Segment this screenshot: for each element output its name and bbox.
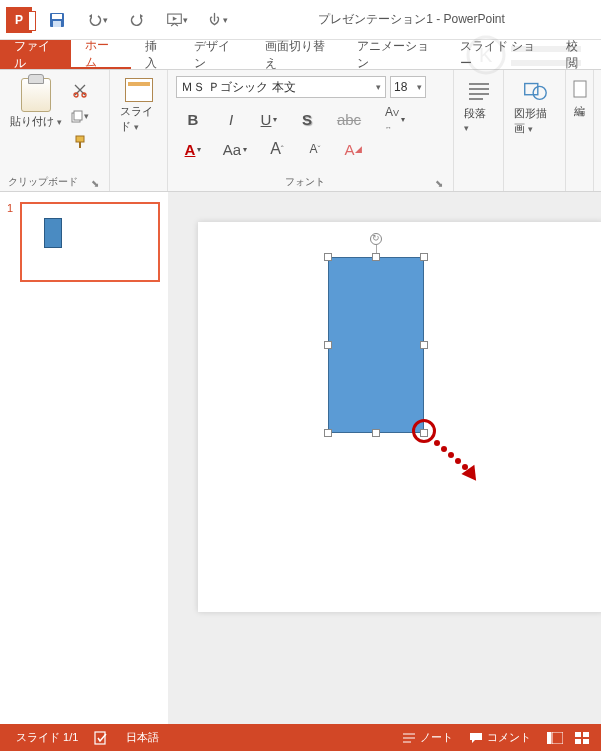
svg-point-9 [82, 93, 86, 97]
font-name-value: ＭＳ Ｐゴシック 本文 [181, 79, 296, 96]
slides-label: スライド [120, 104, 157, 134]
thumbnail-shape [44, 218, 62, 248]
svg-rect-12 [76, 136, 84, 142]
selected-shape[interactable] [328, 257, 424, 433]
status-comments[interactable]: コメント [461, 724, 539, 751]
italic-button[interactable]: I [214, 106, 248, 132]
paste-label: 貼り付け [10, 114, 62, 129]
clear-format-button[interactable]: A◢ [336, 136, 370, 162]
svg-rect-25 [547, 732, 551, 744]
view-sorter-button[interactable] [571, 724, 593, 751]
copy-button[interactable] [70, 106, 90, 126]
cut-button[interactable] [70, 80, 90, 100]
redo-button[interactable] [126, 9, 148, 31]
svg-rect-11 [74, 111, 82, 120]
window-title: プレゼンテーション1 - PowerPoint [228, 11, 595, 28]
tab-home[interactable]: ホーム [71, 40, 131, 69]
bold-button[interactable]: B [176, 106, 210, 132]
rotation-handle[interactable] [370, 233, 382, 245]
font-size-value: 18 [394, 80, 407, 94]
new-slide-button[interactable]: スライド [118, 76, 159, 136]
tab-slideshow[interactable]: スライド ショー [446, 40, 552, 69]
editing-icon [571, 78, 589, 102]
thumbnail-pane[interactable]: 1 [0, 192, 168, 724]
svg-rect-28 [583, 732, 589, 737]
annotation-circle [412, 419, 436, 443]
svg-rect-1 [52, 14, 62, 19]
editing-label: 編 [574, 104, 585, 119]
drawing-label: 図形描画 [514, 106, 555, 136]
save-button[interactable] [46, 9, 68, 31]
paste-button[interactable]: 貼り付け [8, 76, 64, 131]
underline-button[interactable]: U [252, 106, 286, 132]
format-painter-button[interactable] [70, 132, 90, 152]
touch-mouse-mode-button[interactable] [206, 9, 228, 31]
editing-button[interactable]: 編 [569, 76, 591, 121]
status-slide-indicator[interactable]: スライド 1/1 [8, 724, 86, 751]
resize-handle-tl[interactable] [324, 253, 332, 261]
paragraph-label: 段落 [464, 106, 493, 133]
grow-font-button[interactable]: Aˆ [260, 136, 294, 162]
drawing-icon [521, 78, 549, 104]
start-slideshow-button[interactable] [166, 9, 188, 31]
slide[interactable] [198, 222, 601, 612]
status-notes[interactable]: ノート [394, 724, 461, 751]
status-spellcheck[interactable] [86, 724, 118, 751]
resize-handle-t[interactable] [372, 253, 380, 261]
resize-handle-bl[interactable] [324, 429, 332, 437]
drawing-button[interactable]: 図形描画 [512, 76, 557, 138]
resize-handle-tr[interactable] [420, 253, 428, 261]
text-shadow-button[interactable]: S [290, 106, 324, 132]
view-normal-button[interactable] [539, 724, 571, 751]
svg-rect-13 [79, 142, 81, 148]
thumbnail-number: 1 [7, 202, 13, 214]
app-icon: P [6, 7, 32, 33]
char-spacing-button[interactable]: AV↔ [374, 106, 416, 132]
slide-thumbnail-1[interactable] [20, 202, 160, 282]
clipboard-launcher[interactable]: ⬊ [89, 177, 101, 189]
resize-handle-r[interactable] [420, 341, 428, 349]
resize-handle-l[interactable] [324, 341, 332, 349]
undo-button[interactable] [86, 9, 108, 31]
svg-rect-26 [552, 732, 563, 744]
font-size-select[interactable]: 18▾ [390, 76, 426, 98]
tab-animations[interactable]: アニメーション [343, 40, 446, 69]
svg-rect-29 [575, 739, 581, 744]
svg-rect-20 [574, 81, 586, 97]
strikethrough-button[interactable]: abc [328, 106, 370, 132]
tab-design[interactable]: デザイン [180, 40, 251, 69]
clipboard-group-title: クリップボード [8, 171, 78, 189]
svg-rect-2 [53, 21, 61, 27]
rectangle-shape[interactable] [328, 257, 424, 433]
tab-file[interactable]: ファイル [0, 40, 71, 69]
font-group-title: フォント [176, 171, 433, 189]
paragraph-icon [465, 78, 493, 104]
tab-review[interactable]: 校閲 [552, 40, 601, 69]
svg-point-8 [74, 93, 78, 97]
slide-icon [125, 78, 153, 102]
shrink-font-button[interactable]: Aˇ [298, 136, 332, 162]
slide-canvas-area[interactable] [168, 192, 601, 724]
svg-rect-30 [583, 739, 589, 744]
svg-point-19 [533, 86, 546, 99]
font-name-select[interactable]: ＭＳ Ｐゴシック 本文▾ [176, 76, 386, 98]
status-language[interactable]: 日本語 [118, 724, 167, 751]
change-case-button[interactable]: Aa [214, 136, 256, 162]
tab-insert[interactable]: 挿入 [131, 40, 180, 69]
font-launcher[interactable]: ⬊ [433, 177, 445, 189]
paragraph-button[interactable]: 段落 [462, 76, 495, 135]
svg-rect-27 [575, 732, 581, 737]
clipboard-icon [21, 78, 51, 112]
svg-rect-18 [524, 84, 537, 95]
tab-transitions[interactable]: 画面切り替え [251, 40, 343, 69]
resize-handle-b[interactable] [372, 429, 380, 437]
font-color-button[interactable]: A [176, 136, 210, 162]
